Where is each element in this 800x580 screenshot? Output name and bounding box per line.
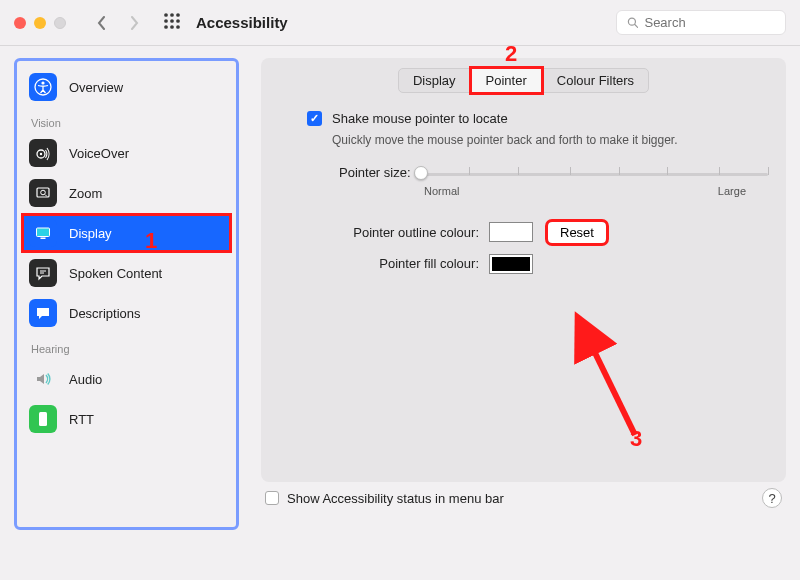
tab-colour-filters[interactable]: Colour Filters xyxy=(542,68,649,93)
shake-to-locate-desc: Quickly move the mouse pointer back and … xyxy=(332,132,712,149)
pointer-fill-label: Pointer fill colour: xyxy=(279,256,479,271)
svg-point-5 xyxy=(176,19,180,23)
pointer-outline-label: Pointer outline colour: xyxy=(279,225,479,240)
sidebar-label: Display xyxy=(69,226,112,241)
svg-point-2 xyxy=(176,13,180,17)
tab-pointer[interactable]: Pointer xyxy=(471,68,542,93)
sidebar-item-display[interactable]: Display xyxy=(21,213,232,253)
svg-point-0 xyxy=(164,13,168,17)
help-button[interactable]: ? xyxy=(762,488,782,508)
show-status-checkbox[interactable] xyxy=(265,491,279,505)
shake-to-locate-label: Shake mouse pointer to locate xyxy=(332,111,508,126)
window-traffic-lights xyxy=(14,17,66,29)
svg-rect-14 xyxy=(37,188,49,197)
sidebar-label: Audio xyxy=(69,372,102,387)
main-panel: Display Pointer Colour Filters ✓ Shake m… xyxy=(261,58,786,530)
forward-button[interactable] xyxy=(118,9,150,37)
sidebar-item-audio[interactable]: Audio xyxy=(21,359,232,399)
svg-rect-17 xyxy=(41,238,46,240)
sidebar-item-spoken-content[interactable]: Spoken Content xyxy=(21,253,232,293)
pointer-fill-colour-well[interactable] xyxy=(489,254,533,274)
speech-bubble-icon xyxy=(34,264,52,282)
sidebar-label: VoiceOver xyxy=(69,146,129,161)
slider-min-label: Normal xyxy=(424,185,459,197)
sidebar-label: Overview xyxy=(69,80,123,95)
window-title: Accessibility xyxy=(196,14,288,31)
sidebar: Overview Vision VoiceOver Zoom Display S… xyxy=(14,58,239,530)
sidebar-item-zoom[interactable]: Zoom xyxy=(21,173,232,213)
svg-point-6 xyxy=(164,25,168,29)
sidebar-item-descriptions[interactable]: Descriptions xyxy=(21,293,232,333)
pointer-size-slider[interactable] xyxy=(421,165,768,181)
rtt-icon xyxy=(34,410,52,428)
sidebar-section-vision: Vision xyxy=(21,107,232,133)
svg-point-13 xyxy=(40,153,42,155)
tab-display[interactable]: Display xyxy=(398,68,471,93)
chevron-left-icon xyxy=(95,16,109,30)
search-field[interactable] xyxy=(616,10,786,35)
accessibility-icon xyxy=(34,78,52,96)
svg-point-7 xyxy=(170,25,174,29)
svg-point-4 xyxy=(170,19,174,23)
zoom-window-button[interactable] xyxy=(54,17,66,29)
sidebar-label: Descriptions xyxy=(69,306,141,321)
slider-thumb[interactable] xyxy=(414,166,428,180)
reset-button[interactable]: Reset xyxy=(547,221,607,244)
show-status-label: Show Accessibility status in menu bar xyxy=(287,491,504,506)
display-icon xyxy=(34,224,52,242)
sidebar-section-hearing: Hearing xyxy=(21,333,232,359)
descriptions-icon xyxy=(34,304,52,322)
svg-rect-16 xyxy=(37,228,50,237)
svg-point-3 xyxy=(164,19,168,23)
sidebar-label: Spoken Content xyxy=(69,266,162,281)
search-icon xyxy=(627,16,638,29)
minimize-window-button[interactable] xyxy=(34,17,46,29)
titlebar: Accessibility xyxy=(0,0,800,46)
zoom-icon xyxy=(34,184,52,202)
tab-group: Display Pointer Colour Filters xyxy=(279,68,768,93)
sidebar-item-voiceover[interactable]: VoiceOver xyxy=(21,133,232,173)
grid-icon xyxy=(164,13,180,29)
pointer-size-label: Pointer size: xyxy=(339,165,411,180)
svg-point-1 xyxy=(170,13,174,17)
sidebar-item-rtt[interactable]: RTT xyxy=(21,399,232,439)
close-window-button[interactable] xyxy=(14,17,26,29)
back-button[interactable] xyxy=(86,9,118,37)
sidebar-label: Zoom xyxy=(69,186,102,201)
voiceover-icon xyxy=(34,144,52,162)
shake-to-locate-checkbox[interactable]: ✓ xyxy=(307,111,322,126)
search-input[interactable] xyxy=(644,15,775,30)
audio-icon xyxy=(34,370,52,388)
sidebar-item-overview[interactable]: Overview xyxy=(21,67,232,107)
all-prefs-button[interactable] xyxy=(164,13,180,32)
slider-max-label: Large xyxy=(718,185,746,197)
svg-rect-18 xyxy=(39,412,47,426)
svg-point-8 xyxy=(176,25,180,29)
sidebar-label: RTT xyxy=(69,412,94,427)
pointer-outline-colour-well[interactable] xyxy=(489,222,533,242)
svg-point-11 xyxy=(41,81,44,84)
svg-point-15 xyxy=(41,190,46,195)
chevron-right-icon xyxy=(127,16,141,30)
